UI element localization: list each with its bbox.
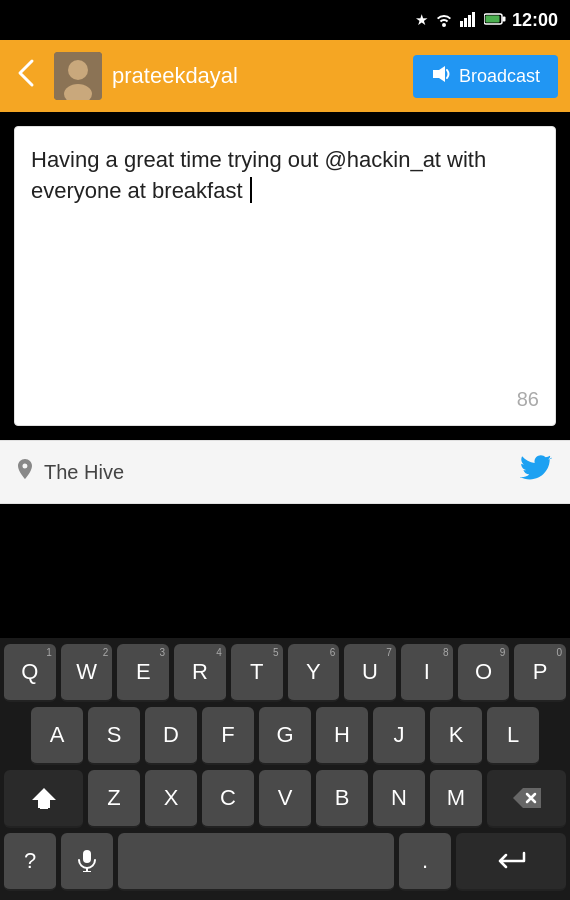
- svg-rect-13: [83, 850, 91, 863]
- key-K[interactable]: K: [430, 707, 482, 765]
- back-button[interactable]: [12, 53, 44, 100]
- svg-marker-11: [32, 788, 56, 808]
- key-N[interactable]: N: [373, 770, 425, 828]
- key-P[interactable]: P0: [514, 644, 566, 702]
- key-D[interactable]: D: [145, 707, 197, 765]
- svg-rect-3: [472, 12, 475, 27]
- key-U[interactable]: U7: [344, 644, 396, 702]
- key-G[interactable]: G: [259, 707, 311, 765]
- key-Q[interactable]: Q1: [4, 644, 56, 702]
- keyboard: Q1 W2 E3 R4 T5 Y6 U7 I8 O9 P0 A S D F G …: [0, 638, 570, 900]
- svg-rect-0: [460, 21, 463, 27]
- key-mic[interactable]: [61, 833, 113, 891]
- svg-rect-6: [485, 15, 499, 22]
- status-time: 12:00: [512, 10, 558, 31]
- status-bar: ★ 12:00: [0, 0, 570, 40]
- svg-rect-5: [502, 16, 505, 21]
- avatar: [54, 52, 102, 100]
- message-content: Having a great time trying out @hackin_a…: [31, 147, 486, 203]
- key-E[interactable]: E3: [117, 644, 169, 702]
- key-X[interactable]: X: [145, 770, 197, 828]
- key-M[interactable]: M: [430, 770, 482, 828]
- location-bar[interactable]: The Hive: [0, 440, 570, 504]
- username-label: prateekdayal: [112, 63, 403, 89]
- header: prateekdayal Broadcast: [0, 40, 570, 112]
- key-space[interactable]: [118, 833, 394, 891]
- char-count: 86: [517, 388, 539, 411]
- key-F[interactable]: F: [202, 707, 254, 765]
- location-name: The Hive: [44, 461, 520, 484]
- key-V[interactable]: V: [259, 770, 311, 828]
- key-W[interactable]: W2: [61, 644, 113, 702]
- backspace-key[interactable]: [487, 770, 566, 828]
- broadcast-label: Broadcast: [459, 66, 540, 87]
- svg-point-8: [68, 60, 88, 80]
- broadcast-icon: [431, 65, 451, 88]
- key-J[interactable]: J: [373, 707, 425, 765]
- key-L[interactable]: L: [487, 707, 539, 765]
- svg-rect-12: [40, 806, 48, 809]
- location-pin-icon: [16, 459, 34, 486]
- key-enter[interactable]: [456, 833, 566, 891]
- key-Y[interactable]: Y6: [288, 644, 340, 702]
- key-period[interactable]: .: [399, 833, 451, 891]
- key-O[interactable]: O9: [458, 644, 510, 702]
- message-area[interactable]: Having a great time trying out @hackin_a…: [14, 126, 556, 426]
- key-R[interactable]: R4: [174, 644, 226, 702]
- svg-rect-1: [464, 18, 467, 27]
- signal-icon: [460, 11, 478, 30]
- svg-rect-2: [468, 15, 471, 27]
- keyboard-row-bottom: ? .: [4, 833, 566, 891]
- wifi-icon: [434, 11, 454, 30]
- key-C[interactable]: C: [202, 770, 254, 828]
- key-A[interactable]: A: [31, 707, 83, 765]
- twitter-icon[interactable]: [520, 455, 554, 490]
- keyboard-row-2: A S D F G H J K L: [4, 707, 566, 765]
- key-I[interactable]: I8: [401, 644, 453, 702]
- status-icons: ★ 12:00: [415, 10, 558, 31]
- keyboard-row-3: Z X C V B N M: [4, 770, 566, 828]
- message-text: Having a great time trying out @hackin_a…: [31, 145, 539, 207]
- keyboard-row-1: Q1 W2 E3 R4 T5 Y6 U7 I8 O9 P0: [4, 644, 566, 702]
- key-Z[interactable]: Z: [88, 770, 140, 828]
- battery-icon: [484, 12, 506, 29]
- key-B[interactable]: B: [316, 770, 368, 828]
- broadcast-button[interactable]: Broadcast: [413, 55, 558, 98]
- key-question[interactable]: ?: [4, 833, 56, 891]
- key-T[interactable]: T5: [231, 644, 283, 702]
- key-H[interactable]: H: [316, 707, 368, 765]
- bluetooth-icon: ★: [415, 11, 428, 29]
- text-cursor: [250, 177, 252, 203]
- shift-key[interactable]: [4, 770, 83, 828]
- key-S[interactable]: S: [88, 707, 140, 765]
